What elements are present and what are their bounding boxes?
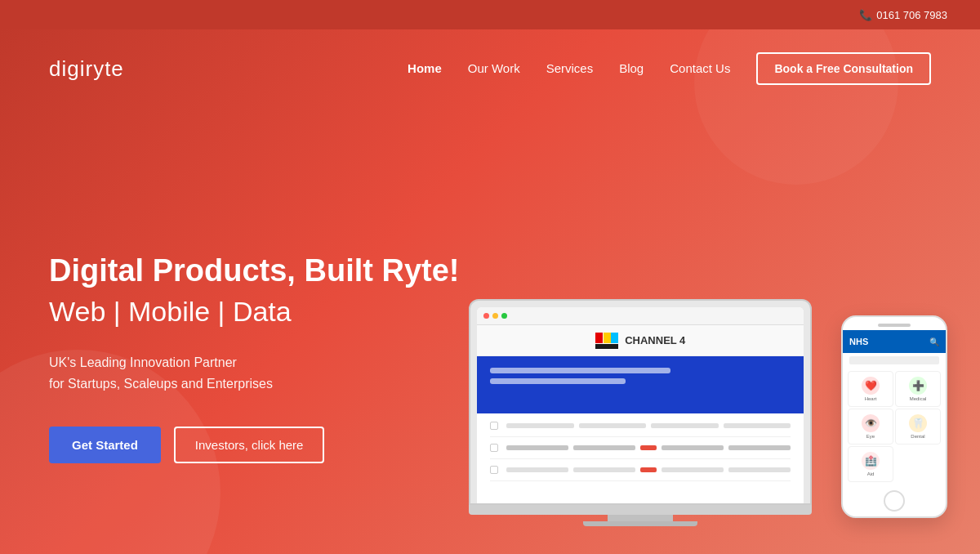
hero-subtitle: Web | Mobile | Data xyxy=(49,296,469,328)
phone-home-button[interactable] xyxy=(884,490,905,512)
nhs-icon-cross: ➕ Medical xyxy=(895,371,941,407)
nhs-icon-heart: ❤️ Heart xyxy=(848,371,893,407)
top-bar: 📞 0161 706 7983 xyxy=(0,0,980,29)
main-wrapper: digiryte Home Our Work Services Blog Con… xyxy=(0,29,980,554)
laptop-browser-bar xyxy=(477,307,804,325)
channel4-header: CHANNEL 4 xyxy=(477,325,804,356)
channel4-logo-icon xyxy=(595,333,618,349)
svg-rect-1 xyxy=(604,333,611,343)
phone-number: 0161 706 7983 xyxy=(876,9,947,21)
nhs-header: NHS 🔍 xyxy=(843,330,946,353)
svg-rect-3 xyxy=(595,344,618,349)
phone-mockup: NHS 🔍 ❤️ Heart ➕ Medical xyxy=(841,315,947,518)
hero-desc-line1: UK's Leading Innovation Partner xyxy=(49,355,237,369)
hero-right: CHANNEL 4 xyxy=(469,141,931,554)
nhs-icon-aid: 🏥 Aid xyxy=(848,446,893,482)
svg-rect-0 xyxy=(595,333,603,343)
hero-description: UK's Leading Innovation Partner for Star… xyxy=(49,352,469,394)
laptop-mockup: CHANNEL 4 xyxy=(469,299,812,526)
nhs-icon-teeth: 🦷 Dental xyxy=(895,409,941,445)
hero-desc-line2: for Startups, Scaleups and Enterprises xyxy=(49,377,273,391)
nhs-logo: NHS xyxy=(849,337,868,346)
nhs-icon-eye: 👁️ Eye xyxy=(848,409,893,445)
nav-our-work[interactable]: Our Work xyxy=(468,61,520,75)
phone-icon: 📞 xyxy=(859,9,872,21)
nhs-subtitle-bar xyxy=(849,356,939,364)
svg-rect-2 xyxy=(611,333,618,343)
nhs-icons-grid: ❤️ Heart ➕ Medical 👁️ Eye xyxy=(843,368,946,485)
nhs-search-icon: 🔍 xyxy=(929,337,939,346)
hero-title: Digital Products, Built Ryte! xyxy=(49,252,469,290)
nav-blog[interactable]: Blog xyxy=(619,61,644,75)
blue-banner xyxy=(477,356,804,413)
nav-services[interactable]: Services xyxy=(546,61,594,75)
channel4-label: CHANNEL 4 xyxy=(625,334,685,346)
nav-home[interactable]: Home xyxy=(408,61,442,75)
logo[interactable]: digiryte xyxy=(49,56,124,82)
laptop-table-area xyxy=(477,413,804,496)
phone-bar: 📞 0161 706 7983 xyxy=(859,9,947,21)
